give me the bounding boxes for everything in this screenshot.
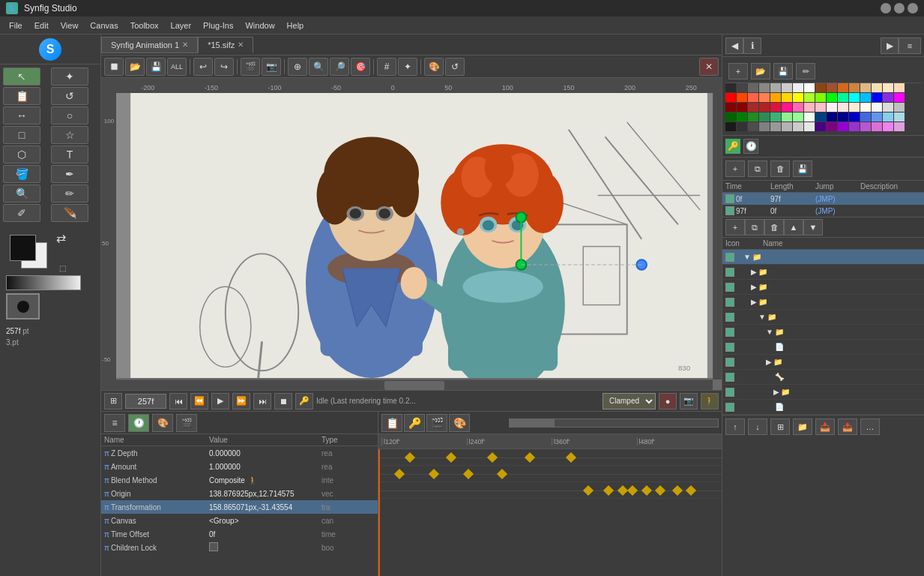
close-btn[interactable] [908, 3, 918, 14]
wp-key-icon[interactable]: 🔑 [725, 139, 740, 154]
tl-diamond-2-4[interactable] [497, 469, 507, 479]
layers-move-down-btn[interactable]: ↓ [748, 418, 767, 435]
normal-view-btn[interactable]: ⊕ [288, 58, 307, 76]
palette-cell[interactable] [894, 83, 905, 92]
palette-cell[interactable] [759, 83, 770, 92]
props-tab-canvas[interactable]: 🎨 [152, 414, 173, 432]
tl-diamond-3-7[interactable] [672, 485, 683, 496]
tl-diamond-2-2[interactable] [429, 469, 439, 479]
props-tab-keyframes[interactable]: 🕐 [128, 414, 149, 432]
layer-row-group-main[interactable]: ▼ 📁 Group [722, 250, 924, 265]
undo-btn[interactable]: ↩ [193, 58, 213, 76]
palette-cell[interactable] [748, 122, 758, 131]
palette-cell[interactable] [815, 93, 826, 102]
palette-cell[interactable] [725, 103, 736, 112]
palette-cell[interactable] [804, 93, 815, 102]
tab-animation1[interactable]: Synfig Animation 1 ✕ [101, 37, 198, 53]
canvas-hscroll[interactable] [116, 380, 713, 390]
prop-timeoffset[interactable]: πTime Offset 0f time [101, 527, 378, 541]
rotate-tool[interactable]: ↺ [51, 87, 88, 105]
prop-origin[interactable]: πOrigin 138.876925px,12.714575 vec [101, 487, 378, 500]
eyedropper-tool[interactable]: ✒ [51, 165, 88, 183]
wp-add-btn[interactable]: + [725, 160, 745, 177]
layers-del-btn[interactable]: 🗑 [764, 219, 784, 236]
tl-hscroll[interactable] [509, 418, 719, 428]
palette-cell[interactable] [860, 83, 871, 92]
fill-tool[interactable]: 🪣 [3, 165, 40, 183]
layer-row-group5[interactable]: ▼ 📁 Group [722, 325, 924, 340]
palette-cell[interactable] [793, 103, 803, 112]
palette-cell[interactable] [759, 122, 770, 131]
palette-cell[interactable] [838, 83, 848, 92]
palette-cell[interactable] [838, 122, 848, 131]
layer-row-home[interactable]: ▶ 📁 [/home/zelgadis/ [722, 295, 924, 310]
redo-btn[interactable]: ↪ [214, 58, 234, 76]
circle-tool[interactable]: ○ [51, 106, 88, 124]
layer-row-sifzlst[interactable]: ▶ 📁 15-4.sifz.lst [722, 280, 924, 295]
render-queue-btn[interactable]: 📷 [680, 393, 698, 410]
layer-check-6[interactable] [725, 343, 734, 352]
canvas-hscroll-thumb[interactable] [384, 381, 444, 390]
palette-cell[interactable] [793, 93, 803, 102]
palette-cell[interactable] [883, 83, 893, 92]
layers-dup-btn[interactable]: ⧉ [745, 219, 764, 236]
layer-row-group1[interactable]: ▶ 📁 Group [722, 265, 924, 280]
palette-cell[interactable] [872, 93, 882, 102]
menu-item-view[interactable]: View [55, 20, 85, 32]
nav-next-btn[interactable]: ▶ [881, 38, 899, 54]
children-lock-checkbox[interactable] [209, 542, 218, 551]
palette-cell[interactable] [759, 103, 770, 112]
layers-down-btn[interactable]: ▼ [803, 219, 823, 236]
tl-diamond-1-5[interactable] [566, 452, 576, 463]
waypoint-row-0[interactable]: 0f 97f (JMP) [722, 193, 924, 205]
tl-diamond-3-4[interactable] [627, 485, 638, 496]
swap-colors-btn[interactable]: ⇄ [56, 231, 66, 245]
palette-cell[interactable] [737, 93, 747, 102]
palette-cell[interactable] [737, 103, 747, 112]
palette-cell[interactable] [872, 122, 882, 131]
star-tool[interactable]: ☆ [51, 126, 88, 144]
edit-palette-btn[interactable]: ✏ [796, 63, 815, 80]
palette-cell[interactable] [894, 122, 905, 131]
palette-cell[interactable] [827, 122, 837, 131]
tl-diamond-3-6[interactable] [655, 485, 665, 496]
draw-tool[interactable]: ✐ [3, 204, 40, 222]
rectangle-tool[interactable]: □ [3, 126, 40, 144]
layer-check-0[interactable] [725, 253, 734, 262]
wp-export-btn[interactable]: 💾 [793, 160, 812, 177]
play-btn[interactable]: ▶ [211, 393, 229, 410]
tl-tab-params[interactable]: 📋 [381, 414, 402, 432]
save-as-btn[interactable]: ALL [167, 58, 187, 76]
open-palette-btn[interactable]: 📂 [751, 63, 770, 80]
tab-close-animation1[interactable]: ✕ [182, 40, 188, 49]
new-btn[interactable]: 🔲 [104, 58, 124, 76]
layers-move-up-btn[interactable]: ↑ [725, 418, 745, 435]
prop-transformation[interactable]: πTransformation 158.865071px,-31.43554 t… [101, 500, 378, 514]
layer-check-1[interactable] [725, 268, 734, 277]
palette-cell[interactable] [804, 112, 815, 122]
layer-row-png[interactable]: 📄 15-6.png [722, 340, 924, 355]
layers-group-btn[interactable]: ⊞ [770, 418, 790, 435]
tl-diamond-1-3[interactable] [486, 452, 497, 463]
rewind-btn[interactable]: ⏪ [190, 393, 208, 410]
zoom-in-btn[interactable]: 🔍 [309, 58, 328, 76]
record-btn[interactable]: ● [659, 393, 677, 410]
fg-color-box[interactable] [10, 235, 36, 261]
zoom-out-btn[interactable]: 🔎 [330, 58, 349, 76]
layers-up-btn[interactable]: ▲ [784, 219, 803, 236]
save-palette-btn[interactable]: 💾 [773, 63, 793, 80]
palette-cell[interactable] [748, 93, 758, 102]
prop-amount[interactable]: πAmount 1.000000 rea [101, 460, 378, 473]
tl-diamond-2-3[interactable] [462, 469, 473, 479]
prev-key-btn[interactable]: ⏮ [169, 393, 187, 410]
palette-cell[interactable] [782, 93, 792, 102]
palette-cell[interactable] [759, 93, 770, 102]
layer-check-3[interactable] [725, 298, 734, 307]
grid-btn[interactable]: # [377, 58, 396, 76]
tl-diamond-3-8[interactable] [686, 485, 696, 496]
play-fwd-btn[interactable]: ⏩ [232, 393, 250, 410]
palette-cell[interactable] [849, 103, 860, 112]
palette-cell[interactable] [883, 122, 893, 131]
keyframe-btn[interactable]: 🔑 [295, 393, 313, 410]
palette-cell[interactable] [838, 93, 848, 102]
